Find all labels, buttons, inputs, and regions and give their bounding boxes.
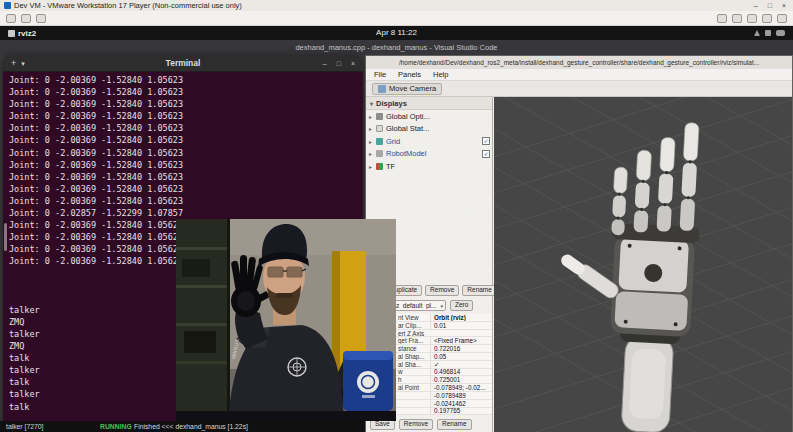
window-control-button[interactable]: □	[768, 1, 772, 10]
new-tab-icon[interactable]	[11, 58, 16, 68]
sound-icon[interactable]	[732, 14, 742, 23]
move-camera-tool-button[interactable]: Move Camera	[372, 83, 442, 95]
display-item[interactable]: TF	[366, 160, 492, 173]
suspend-icon[interactable]	[717, 14, 727, 23]
vmware-toolbar	[0, 11, 793, 26]
expand-arrow-icon[interactable]	[369, 137, 376, 146]
webcam-bottom-bar	[176, 411, 396, 421]
views-panel-button[interactable]: Rename	[437, 419, 472, 430]
system-tray[interactable]	[754, 30, 785, 36]
property-value[interactable]: 0.197765	[430, 407, 492, 414]
terminal-line: Joint: 0 -2.00369 -1.52840 1.05623	[9, 183, 363, 195]
terminal-line: Joint: 0 -2.00369 -1.52840 1.05623	[9, 74, 363, 86]
property-value[interactable]: 0.01	[430, 322, 492, 329]
rviz-app-icon	[8, 30, 15, 37]
display-item[interactable]: Grid ✓	[366, 135, 492, 148]
views-panel-button[interactable]: Remove	[399, 419, 433, 430]
expand-arrow-icon[interactable]	[369, 112, 376, 121]
terminal-scrollbar[interactable]	[4, 223, 7, 251]
property-value[interactable]: <Fixed Frame>	[430, 337, 492, 344]
snapshot-icon[interactable]	[36, 14, 46, 23]
property-value[interactable]: -0.078949; -0.02...	[430, 384, 492, 391]
terminal-line: Joint: 0 -2.00369 -1.52840 1.05623	[9, 195, 363, 207]
displays-panel-button[interactable]: Rename	[462, 285, 497, 296]
active-app-menu[interactable]: rviz2	[8, 26, 36, 40]
unity-icon[interactable]	[762, 14, 772, 23]
vmware-window-title: Dev VM - VMware Workstation 17 Player (N…	[14, 1, 242, 10]
menu-item[interactable]: File	[374, 70, 386, 79]
vmware-logo-icon	[4, 2, 11, 9]
terminal-line: Joint: 0 -2.00369 -1.52840 1.05623	[9, 86, 363, 98]
rviz-titlebar[interactable]: /home/dexhand/Dev/dexhand_ros2_meta/inst…	[366, 56, 792, 69]
zero-button[interactable]: Zero	[450, 300, 473, 311]
tab-menu-icon[interactable]	[21, 58, 25, 68]
expand-arrow-icon[interactable]	[369, 124, 376, 133]
terminal-titlebar[interactable]: Terminal –□×	[3, 55, 363, 72]
property-value[interactable]: 0.496814	[430, 368, 492, 375]
displays-panel-header[interactable]: Displays	[366, 97, 492, 110]
property-value[interactable]: Orbit (rviz)	[430, 314, 492, 321]
property-value[interactable]: 0.05	[430, 353, 492, 360]
blue-bin	[343, 351, 393, 411]
vmware-window-controls: –□×	[754, 1, 789, 10]
rviz-toolbar: Move Camera	[366, 81, 792, 97]
window-control-button[interactable]: –	[754, 1, 758, 10]
property-value[interactable]: 0.725001	[430, 376, 492, 383]
display-item-label: TF	[386, 162, 395, 171]
collapse-arrow-icon[interactable]	[370, 99, 373, 108]
terminal-line: Joint: 0 -2.00369 -1.52840 1.05623	[9, 110, 363, 122]
property-value[interactable]: ✓	[430, 361, 492, 368]
power-icon[interactable]	[21, 14, 31, 23]
window-control-button[interactable]: ×	[351, 59, 355, 68]
menu-item[interactable]: Panels	[398, 70, 421, 79]
battery-icon[interactable]	[776, 30, 785, 36]
property-value[interactable]: 0.722016	[430, 345, 492, 352]
terminal-window-controls: –□×	[323, 59, 355, 68]
vscode-titlebar[interactable]: dexhand_manus.cpp - dexhand_manus - Visu…	[0, 40, 793, 55]
tf-icon	[376, 163, 383, 170]
status-message: Finished <<< dexhand_manus [1.22s]	[134, 423, 248, 430]
network-icon[interactable]	[754, 30, 760, 36]
rviz-3d-viewport[interactable]	[494, 97, 792, 432]
display-enabled-checkbox[interactable]: ✓	[482, 150, 490, 158]
menu-item[interactable]: Help	[433, 70, 448, 79]
devices-icon[interactable]	[747, 14, 757, 23]
terminal-line: Joint: 0 -2.00369 -1.52840 1.05623	[9, 98, 363, 110]
window-control-button[interactable]: □	[337, 59, 341, 68]
move-camera-label: Move Camera	[389, 84, 436, 93]
rviz-window-title: /home/dexhand/Dev/dexhand_ros2_meta/inst…	[399, 59, 759, 66]
expand-arrow-icon[interactable]	[369, 162, 376, 171]
chevron-down-icon	[440, 302, 443, 309]
window-control-button[interactable]: –	[323, 59, 327, 68]
expand-arrow-icon[interactable]	[369, 149, 376, 158]
status-icon	[376, 125, 383, 132]
display-item[interactable]: RobotModel ✓	[366, 148, 492, 161]
display-enabled-checkbox[interactable]: ✓	[482, 137, 490, 145]
display-item-label: Global Stat...	[386, 124, 429, 133]
webcam-overlay: MANUS	[176, 219, 396, 421]
desktop-top-bar: rviz2 Apr 8 11:22	[0, 26, 793, 40]
display-item[interactable]: Global Opti...	[366, 110, 492, 123]
volume-icon[interactable]	[765, 30, 771, 36]
displays-panel-title: Displays	[376, 99, 407, 108]
robot-icon	[376, 150, 383, 157]
display-item-label: Grid	[386, 137, 400, 146]
display-item[interactable]: Global Stat...	[366, 123, 492, 136]
terminal-line: Joint: 0 -2.02857 -1.52299 1.07857	[9, 207, 363, 219]
property-value[interactable]: -0.0789489	[430, 392, 492, 399]
displays-panel-button[interactable]: Remove	[425, 285, 459, 296]
terminal-line: Joint: 0 -2.00369 -1.52840 1.05623	[9, 147, 363, 159]
display-item-label: RobotModel	[386, 149, 426, 158]
grid-icon	[376, 138, 383, 145]
terminal-line: Joint: 0 -2.00369 -1.52840 1.05623	[9, 122, 363, 134]
shelving	[176, 219, 230, 421]
window-control-button[interactable]: ×	[782, 1, 786, 10]
property-value[interactable]: -0.0241462	[430, 400, 492, 407]
vscode-window-title: dexhand_manus.cpp - dexhand_manus - Visu…	[295, 43, 497, 52]
shirt-logo	[288, 358, 306, 376]
clock[interactable]: Apr 8 11:22	[0, 26, 793, 40]
player-menu-icon[interactable]	[6, 14, 16, 23]
move-camera-icon	[378, 85, 386, 93]
rviz-window: /home/dexhand/Dev/dexhand_ros2_meta/inst…	[365, 55, 793, 432]
fullscreen-icon[interactable]	[777, 14, 787, 23]
